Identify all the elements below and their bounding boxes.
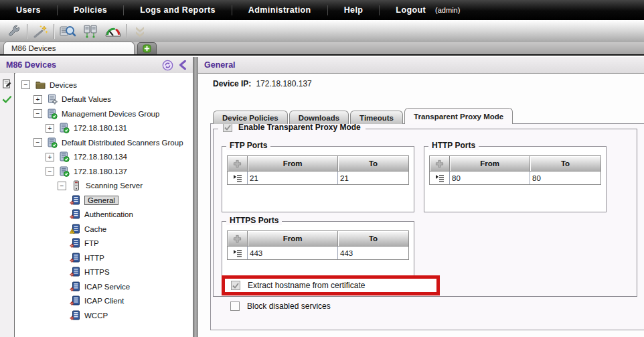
menu-item-policies[interactable]: Policies [58, 5, 123, 15]
device-tree: −Devices+Default Values−Management Devic… [15, 73, 193, 337]
tree-item-wccp[interactable]: WCCP [15, 308, 193, 323]
tree-item-cache[interactable]: Cache [15, 222, 193, 237]
toolbar-separator [54, 24, 55, 39]
tab-device-policies[interactable]: Device Policies [213, 111, 288, 124]
ftp-ports-title: FTP Ports [226, 141, 270, 150]
block-disabled-services-checkbox[interactable] [230, 301, 240, 311]
folder-icon [35, 80, 46, 90]
magic-wand-icon[interactable] [29, 23, 52, 40]
tree-item-https[interactable]: HTTPS [15, 265, 193, 280]
tree-item-label: ICAP Service [84, 283, 130, 291]
from-port-cell[interactable]: 443 [248, 247, 338, 259]
service-icon [70, 238, 80, 249]
highlight-annotation: Extract hostname from certificate [222, 275, 440, 295]
tree-item-172-18-180-137[interactable]: −172.18.180.137 [15, 164, 193, 179]
device-ip-value: 172.18.180.137 [256, 79, 311, 88]
settings-tabs: Device PoliciesDownloadsTimeoutsTranspar… [213, 109, 514, 124]
tree-item-label: HTTPS [84, 268, 110, 276]
expand-expander-icon[interactable]: + [33, 95, 42, 104]
expand-expander-icon[interactable]: + [46, 124, 54, 133]
add-tab-button[interactable] [137, 42, 157, 54]
tree-item-default-distributed-scanners-group[interactable]: −Default Distributed Scanners Group [15, 135, 193, 150]
from-port-cell[interactable]: 21 [248, 172, 338, 184]
menu-item-users[interactable]: Users [0, 5, 57, 15]
edit-document-icon[interactable] [2, 78, 12, 89]
menu-item-administration[interactable]: Administration [232, 5, 327, 15]
plus-icon [233, 159, 242, 168]
tree-item-icap-service[interactable]: ICAP Service [15, 279, 193, 294]
to-port-cell[interactable]: 80 [530, 172, 600, 184]
ftp-ports-table: From To 21 21 [227, 155, 409, 185]
tree-item-http[interactable]: HTTP [15, 251, 193, 265]
tree-item-general[interactable]: General [15, 193, 193, 208]
toolbar-separator [27, 24, 28, 39]
collapse-expander-icon[interactable]: − [33, 109, 42, 118]
expand-expander-icon[interactable]: + [46, 153, 54, 161]
extract-hostname-label: Extract hostname from certificate [248, 281, 365, 290]
tab-downloads[interactable]: Downloads [289, 111, 349, 124]
collapse-expander-icon[interactable]: − [58, 182, 66, 190]
from-port-cell[interactable]: 80 [450, 172, 530, 184]
collapse-expander-icon[interactable]: − [21, 80, 30, 89]
enable-transparent-proxy-label: Enable Transparent Proxy Mode [238, 123, 361, 132]
table-row: 80 80 [430, 171, 600, 184]
row-selector[interactable] [228, 172, 248, 184]
row-selector-icon [233, 249, 242, 257]
tree-item-management-devices-group[interactable]: −Management Devices Group [15, 107, 193, 121]
block-disabled-services-row: Block disabled services [230, 301, 331, 311]
tree-item-default-values[interactable]: +Default Values [15, 92, 193, 107]
tree-item-label: General [84, 196, 118, 205]
tree-item-authentication[interactable]: Authentication [15, 208, 193, 222]
menu-item-help[interactable]: Help [328, 5, 380, 15]
menu-item-logs-and-reports[interactable]: Logs and Reports [124, 5, 232, 15]
gauge-icon[interactable] [102, 23, 125, 40]
menu-item-logout[interactable]: Logout [380, 5, 442, 15]
block-disabled-services-label: Block disabled services [247, 301, 331, 311]
tree-item-scanning-server[interactable]: −Scanning Server [15, 179, 193, 194]
tree-item-label: HTTP [84, 254, 104, 262]
plus-icon [435, 159, 444, 168]
https-ports-title: HTTPS Ports [226, 216, 282, 225]
menubar: UsersPoliciesLogs and ReportsAdministrat… [0, 0, 644, 20]
collapse-expander-icon[interactable]: − [46, 167, 54, 176]
tree-item-172-18-180-131[interactable]: +172.18.180.131 [15, 121, 193, 136]
tree-item-devices[interactable]: −Devices [15, 78, 193, 92]
from-column-header: From [248, 156, 338, 171]
tab-label: M86 Devices [11, 44, 56, 52]
tree-item-172-18-180-134[interactable]: +172.18.180.134 [15, 150, 193, 165]
network-devices-icon[interactable] [79, 23, 102, 40]
panel-splitter[interactable] [193, 57, 198, 337]
tree-item-label: Default Distributed Scanners Group [62, 139, 183, 147]
tab-transparent-proxy-mode[interactable]: Transparent Proxy Mode [404, 108, 513, 124]
tree-item-label: Devices [50, 81, 77, 89]
add-row-button[interactable] [228, 156, 248, 171]
tree-item-label: ICAP Client [84, 297, 124, 305]
row-selector[interactable] [430, 172, 450, 184]
table-row: 443 443 [228, 246, 408, 259]
row-selector[interactable] [228, 247, 248, 259]
tree-item-label: FTP [84, 239, 99, 247]
tree-item-label: 172.18.180.134 [74, 153, 127, 161]
device-check-icon [47, 109, 58, 119]
collapse-expander-icon[interactable]: − [33, 138, 42, 147]
refresh-icon[interactable] [162, 60, 173, 71]
http-ports-title: HTTP Ports [428, 141, 479, 150]
collapse-panel-icon[interactable] [179, 60, 186, 70]
add-row-button[interactable] [228, 231, 248, 246]
to-port-cell[interactable]: 443 [338, 247, 408, 259]
wrench-icon[interactable] [3, 23, 25, 40]
tree-item-label: Default Values [62, 95, 111, 103]
tab-m86-devices[interactable]: M86 Devices [3, 42, 135, 54]
to-port-cell[interactable]: 21 [338, 172, 408, 184]
search-device-icon[interactable] [56, 23, 79, 40]
logged-in-user: (admin) [435, 6, 460, 14]
service-icon [70, 267, 80, 277]
tree-item-ftp[interactable]: FTP [15, 237, 193, 251]
device-check-icon [59, 166, 70, 177]
enable-transparent-proxy-row: Enable Transparent Proxy Mode [218, 123, 366, 132]
apply-check-icon[interactable] [2, 95, 12, 103]
tab-timeouts[interactable]: Timeouts [350, 111, 403, 124]
add-row-button[interactable] [430, 156, 450, 171]
tree-item-icap-client[interactable]: ICAP Client [15, 294, 193, 309]
enable-transparent-proxy-checkbox [223, 123, 232, 132]
